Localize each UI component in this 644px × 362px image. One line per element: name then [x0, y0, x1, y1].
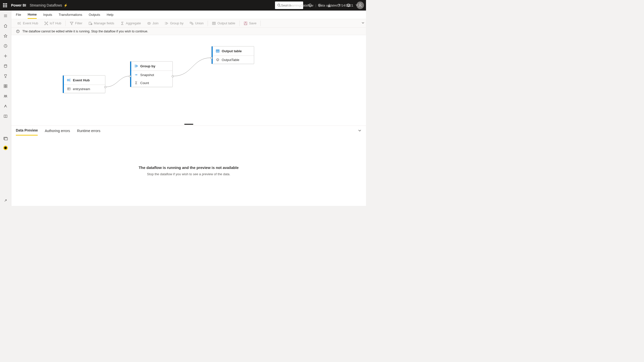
ribbon-manage-fields-label: Manage fields — [94, 21, 114, 25]
tab-authoring-errors[interactable]: Authoring errors — [45, 129, 70, 135]
ribbon-event-hub-label: Event Hub — [23, 21, 38, 25]
svg-rect-25 — [6, 85, 7, 86]
ribbon-group-by: Group by — [162, 21, 186, 25]
ribbon-expand-icon[interactable] — [361, 21, 364, 25]
bottom-panel: Data Preview Authoring errors Runtime er… — [11, 126, 366, 206]
node-group-by[interactable]: Group by Snapshot Count — [130, 61, 173, 87]
recent-icon[interactable] — [3, 43, 8, 49]
ribbon-aggregate-label: Aggregate — [126, 21, 141, 25]
workspaces-icon[interactable] — [3, 113, 8, 119]
output-port[interactable] — [172, 75, 174, 77]
svg-rect-24 — [4, 85, 5, 86]
svg-rect-4 — [5, 5, 6, 6]
menu-home[interactable]: Home — [28, 11, 37, 19]
node-field: entrystream — [73, 87, 90, 91]
ribbon-output-table-label: Output table — [217, 21, 235, 25]
my-workspace-icon[interactable] — [3, 136, 8, 141]
input-port[interactable] — [210, 57, 212, 59]
node-accent — [212, 46, 213, 64]
menu-outputs[interactable]: Outputs — [89, 11, 100, 18]
hamburger-icon[interactable] — [3, 13, 8, 19]
group-by-icon — [134, 64, 138, 68]
svg-rect-1 — [5, 3, 6, 4]
shared-icon[interactable] — [3, 93, 8, 99]
ribbon: Event Hub IoT Hub Filter Manage fields A… — [11, 19, 366, 28]
expand-arrow-icon[interactable] — [3, 198, 8, 203]
menu-inputs[interactable]: Inputs — [43, 11, 52, 18]
save-icon — [244, 21, 248, 25]
create-icon[interactable] — [3, 53, 8, 59]
iot-hub-icon — [44, 21, 48, 25]
datasets-icon[interactable] — [3, 63, 8, 69]
goals-icon[interactable] — [3, 73, 8, 79]
input-port[interactable] — [129, 75, 131, 77]
ribbon-join: Join — [145, 21, 161, 25]
page-title: Streaming Dataflows — [30, 3, 62, 7]
svg-point-28 — [4, 95, 5, 96]
table-icon — [212, 21, 216, 25]
group-by-icon — [164, 21, 168, 25]
table-icon — [216, 49, 220, 53]
sigma-icon — [120, 21, 124, 25]
dataflow-canvas[interactable]: Event Hub entrystream Group by — [11, 35, 366, 123]
svg-point-60 — [136, 74, 137, 75]
dataflow-name: StreamingDataflow — [286, 4, 313, 7]
left-nav-rail — [0, 11, 11, 206]
favorites-icon[interactable] — [3, 33, 8, 39]
filter-icon — [70, 21, 74, 25]
svg-rect-5 — [6, 5, 7, 6]
svg-point-29 — [6, 95, 7, 96]
menu-file[interactable]: File — [16, 11, 21, 18]
learn-icon[interactable] — [3, 103, 8, 109]
node-output-table[interactable]: Output table OutputTable — [211, 46, 254, 64]
app-launcher-icon[interactable] — [2, 2, 8, 8]
bottom-content: The dataflow is running and the preview … — [11, 136, 366, 206]
svg-rect-40 — [89, 22, 91, 25]
home-icon[interactable] — [3, 23, 8, 29]
svg-rect-52 — [245, 24, 247, 25]
apps-icon[interactable] — [3, 83, 8, 89]
node-accent — [63, 76, 64, 93]
svg-rect-26 — [4, 86, 5, 88]
join-icon — [147, 21, 151, 25]
bottom-tabs: Data Preview Authoring errors Runtime er… — [11, 126, 366, 136]
node-event-hub[interactable]: Event Hub entrystream — [63, 75, 105, 93]
grab-handle[interactable] — [184, 124, 193, 125]
collapse-panel-icon[interactable] — [358, 129, 361, 133]
svg-rect-34 — [18, 23, 19, 24]
tab-data-preview[interactable]: Data Preview — [16, 128, 38, 136]
union-icon — [190, 21, 194, 25]
topbar-center[interactable]: StreamingDataflow | Data updated 7/14/20… — [286, 4, 358, 7]
table-icon — [67, 87, 71, 91]
ribbon-union-label: Union — [195, 21, 204, 25]
ribbon-event-hub: Event Hub — [15, 21, 41, 25]
menu-help[interactable]: Help — [107, 11, 113, 18]
event-hub-icon — [67, 78, 71, 82]
ribbon-filter-label: Filter — [75, 21, 82, 25]
menu-transformations[interactable]: Transformations — [59, 11, 82, 18]
svg-point-16 — [359, 4, 361, 6]
panel-splitter[interactable] — [11, 123, 366, 126]
divider — [239, 21, 240, 26]
ribbon-manage-fields: Manage fields — [86, 21, 117, 25]
svg-rect-51 — [245, 22, 246, 23]
output-port[interactable] — [104, 86, 106, 88]
svg-rect-46 — [212, 22, 215, 25]
event-hub-icon — [17, 21, 21, 25]
tab-runtime-errors[interactable]: Runtime errors — [77, 129, 101, 135]
ribbon-union: Union — [187, 21, 206, 25]
node-field: Count — [140, 81, 149, 85]
ribbon-group-by-label: Group by — [170, 21, 183, 25]
warning-text: The dataflow cannot be edited while it i… — [22, 30, 148, 33]
warning-bar: The dataflow cannot be edited while it i… — [11, 28, 366, 35]
svg-rect-27 — [6, 86, 7, 88]
node-title: Event Hub — [73, 78, 90, 82]
svg-rect-6 — [3, 6, 4, 7]
search-icon — [277, 3, 281, 7]
divider — [65, 21, 66, 26]
info-icon — [16, 29, 20, 33]
chevron-down-icon[interactable] — [355, 4, 358, 7]
current-workspace-icon[interactable] — [3, 146, 8, 150]
preview-unavailable-sub: Stop the dataflow if you wish to see a p… — [147, 172, 231, 176]
svg-rect-0 — [3, 3, 4, 4]
